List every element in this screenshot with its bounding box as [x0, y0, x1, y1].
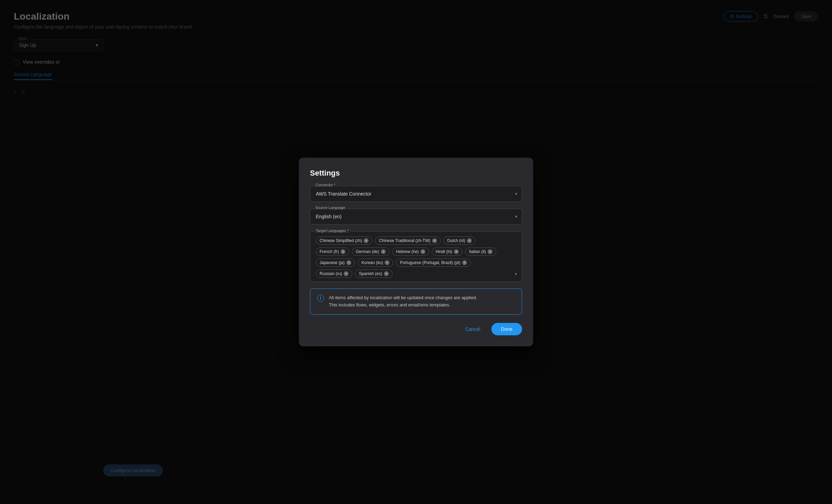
tag-remove-button[interactable]: ×	[454, 249, 459, 254]
tag-label: Chinese Simplified (zh)	[320, 238, 362, 243]
language-tag: Portuguese (Portugal, Brazil) (pt)×	[396, 259, 470, 267]
tag-remove-button[interactable]: ×	[432, 238, 437, 243]
tag-remove-button[interactable]: ×	[467, 238, 472, 243]
tag-label: German (de)	[356, 249, 379, 254]
target-languages-label: Target Languages *	[314, 229, 350, 233]
tag-remove-button[interactable]: ×	[344, 271, 349, 276]
modal-overlay: Settings Connector * AWS Translate Conne…	[0, 0, 832, 504]
tag-remove-button[interactable]: ×	[364, 238, 368, 243]
language-tag: Chinese Simplified (zh)×	[316, 237, 372, 245]
info-icon: i	[317, 295, 324, 302]
language-tag: Russian (ru)×	[316, 270, 352, 278]
cancel-button[interactable]: Cancel	[460, 324, 486, 335]
source-language-label: Source Language	[314, 206, 347, 210]
language-tag: Spanish (es)×	[355, 270, 392, 278]
settings-dialog: Settings Connector * AWS Translate Conne…	[299, 158, 533, 346]
tag-remove-button[interactable]: ×	[381, 249, 386, 254]
tag-remove-button[interactable]: ×	[384, 271, 389, 276]
info-line-2: This includes flows, widgets, errors and…	[329, 302, 450, 307]
info-text: All items affected by localization will …	[329, 294, 477, 309]
target-languages-chevron-icon: ▾	[515, 272, 517, 276]
info-line-1: All items affected by localization will …	[329, 295, 477, 300]
tag-label: Japanese (ja)	[320, 260, 345, 265]
tag-label: French (fr)	[320, 249, 339, 254]
language-tag: French (fr)×	[316, 248, 349, 256]
tag-remove-button[interactable]: ×	[341, 249, 345, 254]
tag-label: Russian (ru)	[320, 271, 342, 276]
tag-label: Portuguese (Portugal, Brazil) (pt)	[400, 260, 460, 265]
connector-select-wrapper: AWS Translate Connector ▾	[310, 186, 522, 202]
connector-select[interactable]: AWS Translate Connector	[310, 186, 522, 202]
tag-remove-button[interactable]: ×	[462, 260, 467, 265]
tag-remove-button[interactable]: ×	[420, 249, 425, 254]
tag-label: Spanish (es)	[359, 271, 382, 276]
language-tag: German (de)×	[352, 248, 389, 256]
source-language-field-group: Source Language English (en) ▾	[310, 209, 522, 224]
dialog-title: Settings	[310, 169, 522, 178]
language-tag: Chinese Traditional (zh-TW)×	[375, 237, 440, 245]
tag-label: Hebrew (he)	[396, 249, 419, 254]
connector-label: Connector *	[314, 183, 337, 187]
tag-label: Italian (it)	[469, 249, 486, 254]
target-languages-field[interactable]: Target Languages * Chinese Simplified (z…	[310, 231, 522, 282]
info-box: i All items affected by localization wil…	[310, 288, 522, 315]
tag-label: Korean (ko)	[362, 260, 383, 265]
tag-label: Chinese Traditional (zh-TW)	[379, 238, 430, 243]
language-tag: Korean (ko)×	[358, 259, 394, 267]
tags-container: Chinese Simplified (zh)×Chinese Traditio…	[316, 237, 516, 278]
tag-remove-button[interactable]: ×	[385, 260, 389, 265]
source-language-select-wrapper: English (en) ▾	[310, 209, 522, 224]
language-tag: Dutch (nl)×	[444, 237, 476, 245]
language-tag: Hindi (hi)×	[432, 248, 462, 256]
dialog-footer: Cancel Done	[310, 323, 522, 335]
tag-label: Dutch (nl)	[447, 238, 465, 243]
done-button[interactable]: Done	[491, 323, 522, 335]
language-tag: Japanese (ja)×	[316, 259, 355, 267]
tag-remove-button[interactable]: ×	[346, 260, 351, 265]
connector-field-group: Connector * AWS Translate Connector ▾	[310, 186, 522, 202]
target-languages-field-group: Target Languages * Chinese Simplified (z…	[310, 231, 522, 282]
source-language-select[interactable]: English (en)	[310, 209, 522, 224]
language-tag: Hebrew (he)×	[392, 248, 429, 256]
tag-remove-button[interactable]: ×	[488, 249, 492, 254]
language-tag: Italian (it)×	[465, 248, 496, 256]
tag-label: Hindi (hi)	[436, 249, 452, 254]
